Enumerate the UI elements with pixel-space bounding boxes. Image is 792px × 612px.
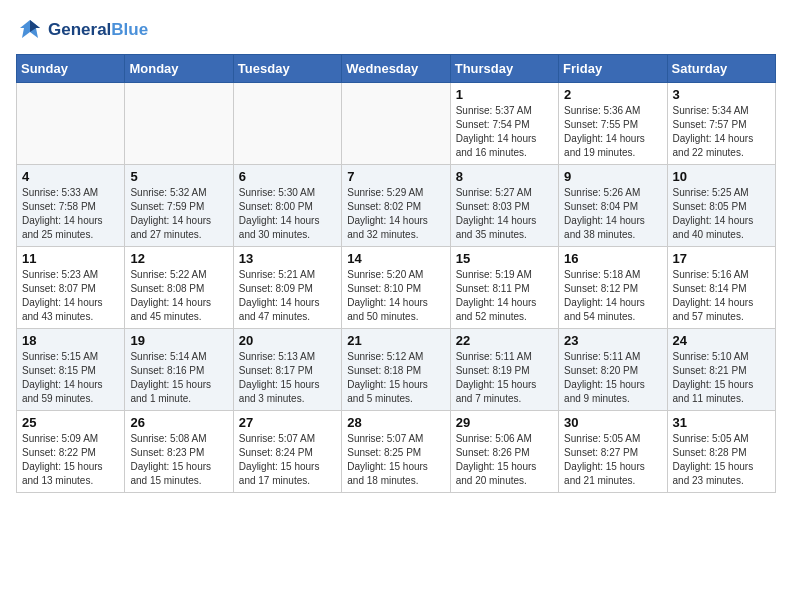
day-number: 9 [564,169,661,184]
logo-text: GeneralBlue [48,20,148,40]
logo-icon [16,16,44,44]
calendar-cell: 23Sunrise: 5:11 AM Sunset: 8:20 PM Dayli… [559,329,667,411]
day-info: Sunrise: 5:32 AM Sunset: 7:59 PM Dayligh… [130,186,227,242]
calendar-week-row: 1Sunrise: 5:37 AM Sunset: 7:54 PM Daylig… [17,83,776,165]
calendar-cell: 18Sunrise: 5:15 AM Sunset: 8:15 PM Dayli… [17,329,125,411]
column-header-wednesday: Wednesday [342,55,450,83]
day-number: 22 [456,333,553,348]
day-number: 29 [456,415,553,430]
calendar-cell [342,83,450,165]
column-header-thursday: Thursday [450,55,558,83]
calendar-cell: 6Sunrise: 5:30 AM Sunset: 8:00 PM Daylig… [233,165,341,247]
day-number: 4 [22,169,119,184]
day-info: Sunrise: 5:30 AM Sunset: 8:00 PM Dayligh… [239,186,336,242]
calendar-cell: 29Sunrise: 5:06 AM Sunset: 8:26 PM Dayli… [450,411,558,493]
calendar-cell: 15Sunrise: 5:19 AM Sunset: 8:11 PM Dayli… [450,247,558,329]
day-info: Sunrise: 5:33 AM Sunset: 7:58 PM Dayligh… [22,186,119,242]
day-info: Sunrise: 5:14 AM Sunset: 8:16 PM Dayligh… [130,350,227,406]
calendar-cell: 25Sunrise: 5:09 AM Sunset: 8:22 PM Dayli… [17,411,125,493]
calendar-cell: 17Sunrise: 5:16 AM Sunset: 8:14 PM Dayli… [667,247,775,329]
day-info: Sunrise: 5:05 AM Sunset: 8:27 PM Dayligh… [564,432,661,488]
day-info: Sunrise: 5:07 AM Sunset: 8:24 PM Dayligh… [239,432,336,488]
column-header-tuesday: Tuesday [233,55,341,83]
day-info: Sunrise: 5:10 AM Sunset: 8:21 PM Dayligh… [673,350,770,406]
column-header-sunday: Sunday [17,55,125,83]
day-number: 12 [130,251,227,266]
calendar-cell: 24Sunrise: 5:10 AM Sunset: 8:21 PM Dayli… [667,329,775,411]
day-number: 19 [130,333,227,348]
calendar-cell [125,83,233,165]
day-number: 17 [673,251,770,266]
calendar-cell: 1Sunrise: 5:37 AM Sunset: 7:54 PM Daylig… [450,83,558,165]
day-info: Sunrise: 5:26 AM Sunset: 8:04 PM Dayligh… [564,186,661,242]
day-info: Sunrise: 5:36 AM Sunset: 7:55 PM Dayligh… [564,104,661,160]
calendar-cell: 21Sunrise: 5:12 AM Sunset: 8:18 PM Dayli… [342,329,450,411]
day-number: 18 [22,333,119,348]
calendar-week-row: 25Sunrise: 5:09 AM Sunset: 8:22 PM Dayli… [17,411,776,493]
day-number: 27 [239,415,336,430]
day-number: 7 [347,169,444,184]
day-info: Sunrise: 5:07 AM Sunset: 8:25 PM Dayligh… [347,432,444,488]
day-info: Sunrise: 5:23 AM Sunset: 8:07 PM Dayligh… [22,268,119,324]
calendar-cell: 12Sunrise: 5:22 AM Sunset: 8:08 PM Dayli… [125,247,233,329]
logo: GeneralBlue [16,16,148,44]
calendar-cell: 16Sunrise: 5:18 AM Sunset: 8:12 PM Dayli… [559,247,667,329]
day-number: 20 [239,333,336,348]
day-number: 15 [456,251,553,266]
calendar-cell: 9Sunrise: 5:26 AM Sunset: 8:04 PM Daylig… [559,165,667,247]
day-info: Sunrise: 5:21 AM Sunset: 8:09 PM Dayligh… [239,268,336,324]
day-info: Sunrise: 5:15 AM Sunset: 8:15 PM Dayligh… [22,350,119,406]
day-info: Sunrise: 5:09 AM Sunset: 8:22 PM Dayligh… [22,432,119,488]
day-number: 11 [22,251,119,266]
day-number: 13 [239,251,336,266]
column-header-monday: Monday [125,55,233,83]
day-info: Sunrise: 5:20 AM Sunset: 8:10 PM Dayligh… [347,268,444,324]
calendar-cell: 11Sunrise: 5:23 AM Sunset: 8:07 PM Dayli… [17,247,125,329]
calendar-cell: 3Sunrise: 5:34 AM Sunset: 7:57 PM Daylig… [667,83,775,165]
day-info: Sunrise: 5:11 AM Sunset: 8:20 PM Dayligh… [564,350,661,406]
calendar-week-row: 11Sunrise: 5:23 AM Sunset: 8:07 PM Dayli… [17,247,776,329]
day-number: 25 [22,415,119,430]
day-number: 30 [564,415,661,430]
day-number: 1 [456,87,553,102]
calendar-cell: 27Sunrise: 5:07 AM Sunset: 8:24 PM Dayli… [233,411,341,493]
calendar-table: SundayMondayTuesdayWednesdayThursdayFrid… [16,54,776,493]
calendar-cell: 14Sunrise: 5:20 AM Sunset: 8:10 PM Dayli… [342,247,450,329]
day-info: Sunrise: 5:05 AM Sunset: 8:28 PM Dayligh… [673,432,770,488]
column-header-saturday: Saturday [667,55,775,83]
calendar-cell: 22Sunrise: 5:11 AM Sunset: 8:19 PM Dayli… [450,329,558,411]
calendar-week-row: 4Sunrise: 5:33 AM Sunset: 7:58 PM Daylig… [17,165,776,247]
calendar-cell: 2Sunrise: 5:36 AM Sunset: 7:55 PM Daylig… [559,83,667,165]
day-number: 23 [564,333,661,348]
day-number: 10 [673,169,770,184]
day-number: 16 [564,251,661,266]
day-info: Sunrise: 5:11 AM Sunset: 8:19 PM Dayligh… [456,350,553,406]
day-info: Sunrise: 5:18 AM Sunset: 8:12 PM Dayligh… [564,268,661,324]
calendar-cell [17,83,125,165]
day-number: 14 [347,251,444,266]
calendar-header-row: SundayMondayTuesdayWednesdayThursdayFrid… [17,55,776,83]
day-info: Sunrise: 5:25 AM Sunset: 8:05 PM Dayligh… [673,186,770,242]
day-info: Sunrise: 5:37 AM Sunset: 7:54 PM Dayligh… [456,104,553,160]
calendar-cell: 30Sunrise: 5:05 AM Sunset: 8:27 PM Dayli… [559,411,667,493]
calendar-cell: 26Sunrise: 5:08 AM Sunset: 8:23 PM Dayli… [125,411,233,493]
day-number: 28 [347,415,444,430]
day-info: Sunrise: 5:34 AM Sunset: 7:57 PM Dayligh… [673,104,770,160]
day-info: Sunrise: 5:12 AM Sunset: 8:18 PM Dayligh… [347,350,444,406]
day-info: Sunrise: 5:29 AM Sunset: 8:02 PM Dayligh… [347,186,444,242]
day-info: Sunrise: 5:13 AM Sunset: 8:17 PM Dayligh… [239,350,336,406]
calendar-cell: 19Sunrise: 5:14 AM Sunset: 8:16 PM Dayli… [125,329,233,411]
day-number: 2 [564,87,661,102]
day-info: Sunrise: 5:27 AM Sunset: 8:03 PM Dayligh… [456,186,553,242]
day-info: Sunrise: 5:06 AM Sunset: 8:26 PM Dayligh… [456,432,553,488]
day-number: 24 [673,333,770,348]
calendar-cell: 28Sunrise: 5:07 AM Sunset: 8:25 PM Dayli… [342,411,450,493]
day-number: 6 [239,169,336,184]
day-info: Sunrise: 5:19 AM Sunset: 8:11 PM Dayligh… [456,268,553,324]
calendar-cell: 20Sunrise: 5:13 AM Sunset: 8:17 PM Dayli… [233,329,341,411]
day-number: 8 [456,169,553,184]
day-info: Sunrise: 5:22 AM Sunset: 8:08 PM Dayligh… [130,268,227,324]
calendar-cell: 7Sunrise: 5:29 AM Sunset: 8:02 PM Daylig… [342,165,450,247]
day-info: Sunrise: 5:16 AM Sunset: 8:14 PM Dayligh… [673,268,770,324]
calendar-cell: 5Sunrise: 5:32 AM Sunset: 7:59 PM Daylig… [125,165,233,247]
